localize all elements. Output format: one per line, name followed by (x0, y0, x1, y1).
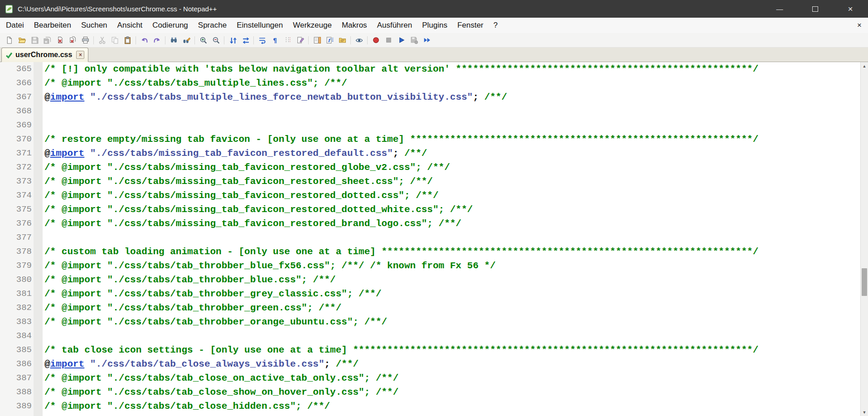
code-line-386[interactable]: 386@import "./css/tabs/tab_close_always_… (0, 357, 859, 371)
menu-item-help[interactable]: ? (489, 18, 503, 33)
document-map-button[interactable] (311, 34, 323, 46)
indent-guide-button[interactable] (281, 34, 293, 46)
code-line-390[interactable]: 390/* @import "./css/tabs/tab_close_visi… (0, 413, 859, 416)
code-line-373[interactable]: 373/* @import "./css/tabs/missing_tab_fa… (0, 174, 859, 189)
menu-item-ansicht[interactable]: Ansicht (112, 18, 148, 33)
paste-button[interactable] (121, 34, 133, 46)
tab-close-button[interactable]: × (76, 51, 84, 59)
menu-item-datei[interactable]: Datei (1, 18, 29, 33)
code-text: @import "./css/tabs/missing_tab_favicon_… (32, 146, 427, 160)
run-macro-multiple-button[interactable] (421, 34, 432, 46)
print-button[interactable] (79, 34, 91, 46)
record-macro-button[interactable] (370, 34, 382, 46)
open-file-button[interactable] (16, 34, 28, 46)
editor[interactable]: 365/* [!] only compatible with 'tabs bel… (0, 62, 868, 416)
code-line-365[interactable]: 365/* [!] only compatible with 'tabs bel… (0, 62, 859, 76)
define-language-button[interactable] (294, 34, 306, 46)
code-line-375[interactable]: 375/* @import "./css/tabs/missing_tab_fa… (0, 203, 859, 217)
sync-vertical-button[interactable] (227, 34, 238, 46)
menu-item-plugins[interactable]: Plugins (417, 18, 452, 33)
zoom-in-button[interactable] (197, 34, 209, 46)
code-segment: /* @import "./css/tabs/tab_close_on_acti… (44, 373, 398, 383)
code-line-369[interactable]: 369 (0, 118, 859, 132)
undo-button[interactable] (138, 34, 150, 46)
playback-macro-button[interactable] (395, 34, 407, 46)
code-line-388[interactable]: 388/* @import "./css/tabs/tab_close_show… (0, 385, 859, 399)
close-file-button[interactable] (54, 34, 66, 46)
menu-item-fenster[interactable]: Fenster (452, 18, 489, 33)
close-file-icon (56, 36, 64, 44)
code-area[interactable]: 365/* [!] only compatible with 'tabs bel… (0, 62, 859, 416)
redo-button[interactable] (151, 34, 163, 46)
code-segment (84, 148, 90, 159)
code-line-383[interactable]: 383/* @import "./css/tabs/tab_throbber_o… (0, 315, 859, 329)
code-line-380[interactable]: 380/* @import "./css/tabs/tab_throbber_b… (0, 273, 859, 287)
code-line-372[interactable]: 372/* @import "./css/tabs/missing_tab_fa… (0, 160, 859, 174)
zoom-out-button[interactable] (210, 34, 222, 46)
replace-button[interactable] (180, 34, 192, 46)
scroll-down-button[interactable]: ▼ (861, 408, 868, 416)
code-line-370[interactable]: 370/* restore empty/missing tab favicon … (0, 132, 859, 146)
menu-item-sprache[interactable]: Sprache (193, 18, 232, 33)
toolbar-separator (306, 36, 310, 45)
code-line-367[interactable]: 367@import "./css/tabs/tabs_multiple_lin… (0, 90, 859, 104)
replace-icon (183, 36, 190, 44)
code-segment: /* restore empty/missing tab favicon - [… (44, 134, 758, 145)
copy-button[interactable] (109, 34, 121, 46)
find-button[interactable] (168, 34, 179, 46)
save-button[interactable] (29, 34, 40, 46)
code-line-368[interactable]: 368 (0, 104, 859, 118)
menu-item-bearbeiten[interactable]: Bearbeiten (29, 18, 76, 33)
stop-macro-button[interactable] (383, 34, 394, 46)
maximize-button[interactable] (797, 0, 833, 18)
code-text: /* @import "./css/tabs/tab_close_show_on… (32, 385, 398, 399)
minimize-button[interactable]: — (762, 0, 797, 18)
menu-item-suchen[interactable]: Suchen (76, 18, 112, 33)
scroll-up-button[interactable]: ▲ (861, 62, 868, 70)
function-list-button[interactable]: f (324, 34, 335, 46)
toolbar-separator (92, 36, 96, 45)
menu-item-codierung[interactable]: Codierung (147, 18, 193, 33)
menu-bar-close-button[interactable]: × (855, 18, 863, 33)
show-all-characters-button[interactable]: ¶ (269, 34, 281, 46)
code-line-384[interactable]: 384 (0, 329, 859, 343)
code-line-378[interactable]: 378/* custom tab loading animation - [on… (0, 245, 859, 259)
code-text: /* @import "./css/tabs/tab_throbber_blue… (32, 259, 496, 273)
code-line-371[interactable]: 371@import "./css/tabs/missing_tab_favic… (0, 146, 859, 160)
monitoring-button[interactable] (353, 34, 365, 46)
code-line-385[interactable]: 385/* tab close icon settings - [only us… (0, 343, 859, 357)
save-all-button[interactable] (41, 34, 53, 46)
function-list-icon: f (326, 36, 334, 44)
new-file-button[interactable] (3, 34, 15, 46)
cut-button[interactable] (96, 34, 108, 46)
tab-userchrome-css[interactable]: userChrome.css × (1, 48, 88, 62)
menu-item-einstellungen[interactable]: Einstellungen (232, 18, 288, 33)
menu-item-makros[interactable]: Makros (337, 18, 372, 33)
line-number: 387 (0, 371, 32, 385)
save-macro-button[interactable] (408, 34, 420, 46)
sync-horizontal-button[interactable] (239, 34, 251, 46)
code-line-382[interactable]: 382/* @import "./css/tabs/tab_throbber_g… (0, 301, 859, 315)
close-button[interactable]: × (833, 0, 868, 18)
code-line-376[interactable]: 376/* @import "./css/tabs/missing_tab_fa… (0, 217, 859, 231)
code-line-366[interactable]: 366/* @import "./css/tabs/tabs_multiple_… (0, 76, 859, 90)
minimize-icon: — (776, 5, 783, 13)
scrollbar-thumb[interactable] (862, 268, 867, 296)
line-number: 369 (0, 118, 32, 132)
save-all-icon (44, 36, 51, 44)
code-line-374[interactable]: 374/* @import "./css/tabs/missing_tab_fa… (0, 189, 859, 203)
close-all-button[interactable] (67, 34, 78, 46)
code-line-379[interactable]: 379/* @import "./css/tabs/tab_throbber_b… (0, 259, 859, 273)
code-text: /* tab close icon settings - [only use o… (32, 343, 758, 357)
code-line-389[interactable]: 389/* @import "./css/tabs/tab_close_hidd… (0, 399, 859, 413)
menu-item-werkzeuge[interactable]: Werkzeuge (288, 18, 337, 33)
code-line-381[interactable]: 381/* @import "./css/tabs/tab_throbber_g… (0, 287, 859, 301)
word-wrap-button[interactable] (256, 34, 268, 46)
toolbar-separator (193, 36, 197, 45)
title-bar[interactable]: C:\Users\Andi\Pictures\Screenshots\userC… (0, 0, 868, 18)
menu-item-ausfhren[interactable]: Ausführen (372, 18, 417, 33)
folder-as-workspace-button[interactable] (336, 34, 348, 46)
vertical-scrollbar[interactable]: ▲ ▼ (860, 62, 868, 416)
code-line-377[interactable]: 377 (0, 231, 859, 245)
code-line-387[interactable]: 387/* @import "./css/tabs/tab_close_on_a… (0, 371, 859, 385)
